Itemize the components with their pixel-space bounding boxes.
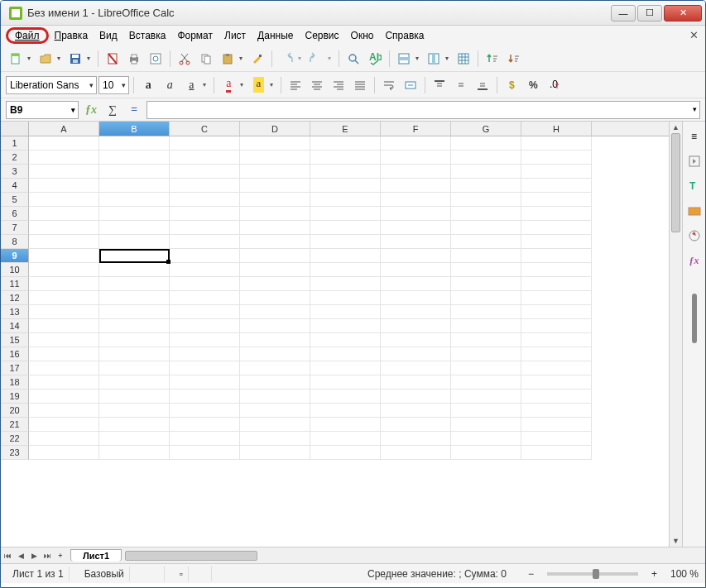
cell[interactable]: [451, 432, 521, 446]
cell[interactable]: [240, 446, 310, 460]
cell[interactable]: [310, 305, 381, 319]
cell[interactable]: [451, 404, 521, 418]
open-icon[interactable]: [36, 49, 55, 69]
tab-prev-icon[interactable]: ◀: [14, 549, 27, 562]
formula-input[interactable]: [146, 101, 700, 119]
row-header[interactable]: 6: [1, 207, 29, 221]
cell[interactable]: [99, 432, 170, 446]
cell[interactable]: [29, 333, 99, 347]
valign-bot-icon[interactable]: [473, 75, 492, 95]
row-header[interactable]: 21: [1, 418, 29, 432]
cell[interactable]: [310, 375, 381, 390]
cell[interactable]: [99, 249, 170, 263]
cell[interactable]: [381, 263, 451, 277]
cell[interactable]: [521, 446, 592, 460]
cell[interactable]: [29, 165, 99, 179]
cell[interactable]: [451, 418, 521, 432]
copy-icon[interactable]: [196, 49, 216, 69]
pdf-icon[interactable]: [103, 49, 122, 69]
open-dropdown[interactable]: ▾: [57, 55, 64, 62]
cell[interactable]: [240, 418, 310, 432]
row-header[interactable]: 17: [1, 361, 29, 375]
sidebar-menu-icon[interactable]: ≡: [686, 128, 703, 145]
cell[interactable]: [521, 165, 592, 179]
cell[interactable]: [240, 151, 310, 165]
menu-tools[interactable]: Сервис: [299, 28, 344, 43]
tab-first-icon[interactable]: ⏮: [1, 549, 14, 562]
cell[interactable]: [451, 375, 521, 390]
cell[interactable]: [99, 390, 170, 404]
cell[interactable]: [310, 333, 381, 347]
cell[interactable]: [29, 235, 99, 249]
cell[interactable]: [99, 221, 170, 235]
col-header[interactable]: D: [240, 122, 310, 136]
underline-icon[interactable]: a: [181, 75, 201, 95]
cell[interactable]: [521, 333, 592, 347]
font-name-select[interactable]: Liberation Sans: [6, 76, 97, 94]
cell[interactable]: [521, 221, 592, 235]
cell[interactable]: [99, 333, 170, 347]
status-insert-mode[interactable]: [140, 566, 165, 581]
cell[interactable]: [99, 446, 170, 460]
styles-icon[interactable]: T: [686, 178, 703, 194]
cell[interactable]: [29, 404, 99, 418]
highlight-icon[interactable]: a: [248, 75, 268, 95]
scroll-down-icon[interactable]: ▼: [670, 535, 682, 547]
number-icon[interactable]: .0: [545, 75, 564, 95]
spellcheck-icon[interactable]: Abc: [365, 49, 385, 69]
cell[interactable]: [381, 277, 451, 291]
cell[interactable]: [99, 305, 170, 319]
cell[interactable]: [29, 249, 99, 263]
cell[interactable]: [170, 165, 240, 179]
new-doc-dropdown[interactable]: ▾: [27, 55, 34, 62]
find-icon[interactable]: [343, 49, 363, 69]
font-color-icon[interactable]: a: [219, 75, 238, 95]
cell[interactable]: [29, 136, 99, 151]
col-header[interactable]: C: [170, 122, 240, 136]
cell[interactable]: [240, 179, 310, 193]
row-header[interactable]: 23: [1, 446, 29, 460]
cell[interactable]: [240, 390, 310, 404]
cell[interactable]: [381, 361, 451, 375]
sum-icon[interactable]: ∑: [103, 101, 122, 119]
cell[interactable]: [310, 446, 381, 460]
row-header[interactable]: 14: [1, 319, 29, 333]
paintbrush-icon[interactable]: [247, 49, 267, 69]
cell[interactable]: [99, 347, 170, 361]
col-icon[interactable]: [424, 49, 444, 69]
cell[interactable]: [381, 418, 451, 432]
cell[interactable]: [170, 207, 240, 221]
cell[interactable]: [29, 151, 99, 165]
cell[interactable]: [451, 151, 521, 165]
underline-dropdown[interactable]: ▾: [203, 81, 209, 88]
cell[interactable]: [240, 333, 310, 347]
preview-icon[interactable]: [146, 49, 166, 69]
cell[interactable]: [521, 277, 592, 291]
save-icon[interactable]: [65, 49, 85, 69]
cell[interactable]: [240, 136, 310, 151]
row-header[interactable]: 12: [1, 291, 29, 305]
cell[interactable]: [381, 207, 451, 221]
cell[interactable]: [240, 347, 310, 361]
cell[interactable]: [381, 291, 451, 305]
cell[interactable]: [451, 221, 521, 235]
row-header[interactable]: 9: [1, 249, 29, 263]
equals-icon[interactable]: =: [125, 101, 143, 119]
cell[interactable]: [170, 291, 240, 305]
maximize-button[interactable]: ☐: [637, 5, 662, 22]
cell[interactable]: [170, 418, 240, 432]
row-header[interactable]: 8: [1, 235, 29, 249]
cell[interactable]: [381, 432, 451, 446]
cell[interactable]: [99, 277, 170, 291]
row-header[interactable]: 2: [1, 151, 29, 165]
cell[interactable]: [451, 333, 521, 347]
redo-dropdown[interactable]: ▾: [328, 55, 334, 62]
align-left-icon[interactable]: [286, 75, 305, 95]
close-button[interactable]: ✕: [664, 5, 702, 22]
cell[interactable]: [310, 193, 381, 207]
cell[interactable]: [170, 221, 240, 235]
row-header[interactable]: 18: [1, 375, 29, 390]
zoom-in-icon[interactable]: +: [648, 568, 660, 580]
cell[interactable]: [170, 305, 240, 319]
cell[interactable]: [29, 277, 99, 291]
